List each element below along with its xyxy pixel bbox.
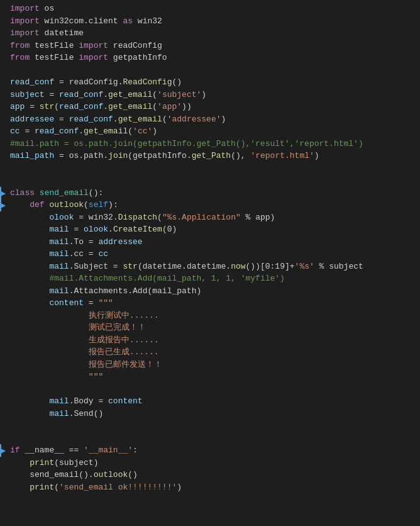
code-token: getpathInfo bbox=[133, 151, 187, 160]
code-token: ( bbox=[152, 90, 157, 99]
code-token: ( bbox=[54, 102, 59, 111]
code-line-28: 生成报告中...... bbox=[0, 334, 420, 347]
code-token: olook bbox=[49, 213, 74, 222]
code-token bbox=[10, 225, 49, 234]
code-token: 'send_email ok!!!!!!!!!' bbox=[59, 483, 177, 492]
code-token bbox=[10, 237, 49, 247]
code-token: = bbox=[84, 298, 98, 308]
code-line-16: ▶class send_email(): bbox=[0, 187, 420, 199]
code-line-12: #mail.path = os.path.join(getpathInfo.ge… bbox=[0, 138, 420, 150]
code-line-29: 报告已生成...... bbox=[0, 346, 420, 359]
code-token: def bbox=[30, 200, 44, 210]
line-code: if __name__ == '__main__': bbox=[10, 444, 420, 457]
code-token: ( bbox=[157, 213, 162, 222]
line-code: import win32com.client as win32 bbox=[10, 15, 420, 28]
code-line-11: cc = read_conf.get_email('cc') bbox=[0, 125, 420, 138]
code-token bbox=[10, 470, 30, 479]
code-token: from bbox=[10, 41, 30, 50]
code-token: ())[0:19]+ bbox=[246, 262, 295, 271]
code-line-7: read_conf = readConfig.ReadConfig() bbox=[0, 76, 420, 89]
line-code: #mail.path = os.path.join(getpathInfo.ge… bbox=[10, 138, 420, 150]
code-line-23: #mail.Attachments.Add(mail_path, 1, 1, '… bbox=[0, 272, 420, 285]
line-code bbox=[10, 174, 420, 187]
code-token: '__main__' bbox=[84, 445, 133, 455]
code-line-13: mail_path = os.path.join(getpathInfo.get… bbox=[0, 150, 420, 162]
code-token: import bbox=[79, 41, 108, 50]
code-token: %s.Application bbox=[167, 213, 236, 222]
code-token: read_conf bbox=[69, 115, 113, 124]
code-token bbox=[10, 335, 89, 345]
code-token: cc bbox=[10, 126, 20, 136]
code-token: readConfig bbox=[69, 77, 118, 87]
line-code: 测试已完成！！ bbox=[10, 322, 420, 334]
code-token: ( bbox=[152, 102, 157, 111]
code-token: os bbox=[69, 151, 79, 160]
code-token: mail bbox=[49, 225, 69, 234]
code-token bbox=[10, 483, 30, 492]
code-token: .Body = bbox=[69, 396, 108, 406]
code-line-31: """ bbox=[0, 371, 420, 383]
code-token: = bbox=[69, 225, 84, 234]
line-code: addressee = read_conf.get_email('address… bbox=[10, 113, 420, 126]
code-token bbox=[10, 298, 49, 308]
code-token: . bbox=[79, 126, 84, 136]
line-code: def outlook(self): bbox=[10, 199, 420, 211]
code-token: mail bbox=[49, 237, 69, 247]
code-token: get_email bbox=[84, 126, 128, 136]
line-code: class send_email(): bbox=[10, 187, 420, 199]
line-code: mail.cc = cc bbox=[10, 248, 420, 260]
code-line-35 bbox=[0, 420, 420, 432]
collapse-arrow[interactable]: ▶ bbox=[1, 200, 6, 211]
line-code: print(subject) bbox=[10, 457, 420, 469]
line-code: """ bbox=[10, 371, 420, 383]
code-token bbox=[10, 311, 89, 320]
code-token: testFile bbox=[30, 53, 79, 62]
code-token: 'app' bbox=[157, 102, 182, 111]
code-token: " bbox=[162, 213, 167, 222]
line-code: mail.Send() bbox=[10, 408, 420, 420]
code-token: = bbox=[20, 126, 35, 136]
line-code: mail.Body = content bbox=[10, 395, 420, 408]
code-line-5: from testFile import getpathInfo bbox=[0, 52, 420, 64]
code-token: 'cc' bbox=[133, 126, 152, 136]
code-token: 执行测试中...... bbox=[89, 311, 159, 320]
line-code: cc = read_conf.get_email('cc') bbox=[10, 125, 420, 138]
code-line-9: app = str(read_conf.get_email('app')) bbox=[0, 101, 420, 113]
code-token: win32 bbox=[89, 213, 113, 222]
code-line-3: import datetime bbox=[0, 27, 420, 40]
code-token: . bbox=[84, 16, 89, 26]
code-line-27: 测试已完成！！ bbox=[0, 322, 420, 334]
collapse-arrow[interactable]: ▶ bbox=[1, 445, 6, 457]
code-token: . bbox=[187, 151, 192, 160]
code-token: () bbox=[172, 77, 182, 87]
code-token: : bbox=[133, 445, 138, 455]
code-token: . bbox=[79, 151, 84, 160]
code-token: . bbox=[226, 262, 231, 271]
collapse-arrow[interactable]: ▶ bbox=[1, 188, 6, 199]
code-token: ) bbox=[314, 151, 319, 160]
code-token: mail bbox=[49, 249, 69, 259]
code-token: cc bbox=[98, 249, 108, 259]
code-token: . bbox=[103, 151, 108, 160]
code-token: . bbox=[113, 115, 118, 124]
code-token: ( bbox=[128, 151, 133, 160]
code-token: 'addressee' bbox=[167, 115, 221, 124]
code-line-21: mail.cc = cc bbox=[0, 248, 420, 260]
line-code bbox=[10, 432, 420, 445]
code-token: print bbox=[30, 458, 54, 467]
code-token bbox=[10, 249, 49, 259]
code-token: from bbox=[10, 53, 30, 62]
code-token: mail_path bbox=[10, 151, 54, 160]
code-line-20: mail.To = addressee bbox=[0, 236, 420, 249]
code-token: . bbox=[103, 102, 108, 111]
code-token: ) bbox=[221, 115, 226, 124]
code-token bbox=[10, 396, 49, 406]
line-code bbox=[10, 420, 420, 432]
code-token: = bbox=[25, 102, 39, 111]
code-token: .Subject = bbox=[69, 262, 123, 271]
code-token: .cc = bbox=[69, 249, 99, 259]
code-token: as bbox=[118, 16, 133, 26]
line-code: mail = olook.CreateItem(0) bbox=[10, 223, 420, 236]
line-code: 报告已邮件发送！！ bbox=[10, 359, 420, 371]
code-token: addressee bbox=[10, 115, 54, 124]
